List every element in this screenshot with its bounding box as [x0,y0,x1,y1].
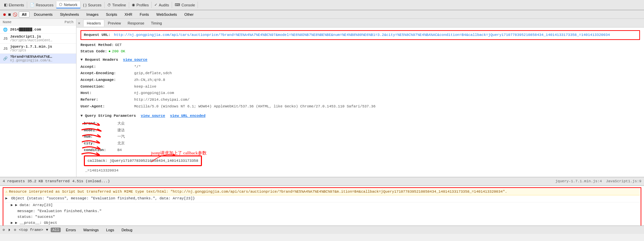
bottom-debug-btn[interactable]: Debug [119,227,135,233]
filter-stylesheets[interactable]: Stylesheets [57,11,82,17]
doc-icon: 🌐 [3,27,8,32]
sidebar-item-1[interactable]: JS JavaScript1.js /Scripts/AuctionCenter [0,34,76,44]
url-label: Request URL: [84,33,110,37]
bottom-step-icon: ⏵ [8,228,11,232]
audits-icon: ✓ [154,3,157,7]
h-val-2: zh-CN,zh;q=0.8 [134,77,165,83]
item-path-3: nj.gongpingjia.com/api/cars/auctionpric [10,59,54,62]
status-entry: status: "success" [11,214,640,220]
filter-websockets[interactable]: WebSockets [153,11,180,17]
h-name-0: Accept: [80,64,134,70]
tab-profiles[interactable]: ◉ Profiles [129,2,152,8]
item-name-2: jquery-1.7.1.min.js [10,45,52,49]
sidebar-item-0[interactable]: 🌐 2014██████.com [0,26,76,34]
tab-headers[interactable]: Headers [83,19,105,27]
proto-expand-icon[interactable]: ▶ [11,221,13,225]
status-indicator: ● [108,48,111,55]
console-icon: ⌨ [175,3,180,7]
filter-scripts[interactable]: Scripts [103,11,120,17]
tab-timeline[interactable]: ⏱ Timeline [105,2,129,8]
tab-resources[interactable]: 📄 Resources [27,2,57,8]
h-val-0: */* [134,64,141,70]
filter-images[interactable]: Images [84,11,102,17]
tab-audits[interactable]: ✓ Audits [152,2,172,8]
status-row: Status Code: ● 200 OK [80,48,640,55]
transferred-size: 35.2 KB transferred [28,179,69,183]
sidebar-item-3[interactable]: 🔗 ?brand=%E5%A4%A7%E4%BC%97%... nj.gongp… [0,54,76,64]
status-value: 200 OK [112,48,125,55]
callback-box: callback: jQuery1710778395210858434_1401… [84,155,202,166]
filter-all[interactable]: All [19,11,30,17]
h-val-1: gzip,deflate,sdch [134,70,172,77]
api-icon: 🔗 [3,56,8,61]
tab-console[interactable]: ⌨ Console [172,2,198,8]
h-name-4: Host: [80,90,134,96]
proto-entry: ▶ ▶ __proto__: Object [11,220,640,226]
timeline-icon: ⏱ [107,3,111,7]
h-val-6: Mozilla/5.0 (Windows NT 6.1; WOW64) Appl… [134,103,376,110]
callback-highlight-row: callback: jQuery1710778395210858434_1401… [84,155,640,166]
record-icon[interactable]: ⏺ [3,12,6,17]
sidebar-item-2[interactable]: JS jquery-1.7.1.min.js /Scripts [0,44,76,54]
query-view-urlencoded-link[interactable]: view URL encoded [170,114,206,118]
item-name-3: ?brand=%E5%A4%A7%E4%BC%97%... [10,55,54,59]
bottom-logs-btn[interactable]: Logs [104,227,116,233]
header-row-1: Accept-Encoding: gzip,deflate,sdch [80,70,640,77]
network-icon: ⬡ [59,2,62,7]
status-right: jquery-1.7.1.min.js:4 JavaScript1.js:9 [555,179,641,183]
filter-fonts[interactable]: Fonts [137,11,152,17]
view-source-link[interactable]: view source [123,58,148,62]
query-view-source-link[interactable]: view source [141,114,165,118]
load-time: 4.51s (onload...) [72,179,110,183]
h-name-6: User-Agent: [80,103,134,110]
data-expand-icon[interactable]: ▶ [11,203,13,207]
filter-xhr[interactable]: XHR [121,11,135,17]
param-row-1: model: 捷达 [84,127,640,134]
tab-sources[interactable]: { } Sources [80,2,105,8]
tab-response[interactable]: Response [124,20,148,27]
filter-documents[interactable]: Documents [31,11,56,17]
h-name-2: Accept-Language: [80,77,134,83]
underscore-row: _=1401413320034 [84,167,640,174]
method-label: Request Method: [80,42,114,48]
bottom-error-icon: ⊘ [3,228,5,232]
console-obj-root: ▶ Object {status: "success", message: "E… [4,195,640,202]
item-name-1: JavaScript1.js [10,35,54,39]
method-row: Request Method: GET [80,42,640,48]
warning-text: Resource interpreted as Script but trans… [9,189,507,195]
console-output: ⚠ Resource interpreted as Script but tra… [0,185,644,226]
resources-icon: 📄 [30,3,35,7]
request-url-box: Request URL: http://nj.gongpingjia.com/a… [80,30,640,40]
annotation-text: jsonp请求加上了 callback参数 [151,149,207,157]
filter-all-badge[interactable]: All [51,228,61,232]
h-name-1: Accept-Encoding: [80,70,134,77]
elements-icon: ◧ [4,3,7,7]
frame-selector-icon[interactable]: ▼ [46,228,48,232]
stop-icon[interactable]: ⏹ [8,12,11,17]
bottom-errors-btn[interactable]: Errors [63,227,78,233]
header-row-6: User-Agent: Mozilla/5.0 (Windows NT 6.1;… [80,103,640,110]
headers-list: Accept: */* Accept-Encoding: gzip,deflat… [80,64,640,110]
obj-expand-icon[interactable]: ▶ [5,196,8,200]
detail-scroll-area[interactable]: Request URL: http://nj.gongpingjia.com/a… [76,28,644,177]
obj-props: ▶ ▶ data: Array[23] message: "Evaluation… [11,202,640,226]
clear-icon[interactable]: 🚫 [13,12,17,17]
close-detail-btn[interactable]: ✕ [78,20,80,26]
item-name-0: 2014██████.com [10,28,41,32]
h-val-5: http://2014.cheyipai.com/ [134,97,190,103]
bottom-warnings-btn[interactable]: Warnings [81,227,101,233]
status-right-item-0: jquery-1.7.1.min.js:4 [555,179,602,183]
tab-preview[interactable]: Preview [104,20,124,27]
filter-other[interactable]: Other [181,11,197,17]
tab-network[interactable]: ⬡ Network [56,1,80,8]
console-warning-box: ⚠ Resource interpreted as Script but tra… [3,187,641,226]
item-path-1: /Scripts/AuctionCenter [10,39,54,42]
detail-tabs: ✕ Headers Preview Response Timing [76,19,644,28]
tab-timing[interactable]: Timing [148,20,165,27]
tab-elements[interactable]: ◧ Elements [1,2,27,8]
status-right-item-1: JavaScript1.js:9 [606,179,641,183]
item-path-2: /Scripts [10,49,52,52]
bottom-console-bar: ⊘ ⏵ ⊙ <top frame> ▼ All Errors Warnings … [0,226,644,234]
js-icon-1: JS [3,36,8,41]
main-panel: Name Path 🌐 2014██████.com JS JavaScript… [0,19,644,177]
